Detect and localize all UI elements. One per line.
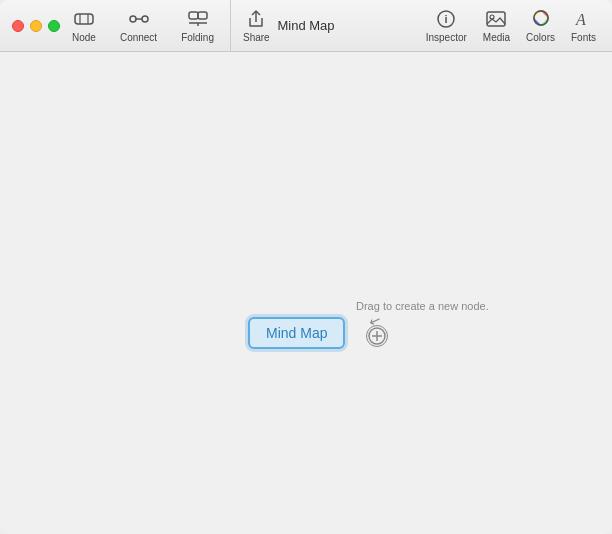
canvas: Drag to create a new node. ↙ Mind Map	[0, 52, 612, 534]
toolbar-right: i Inspector Media	[418, 0, 612, 52]
toolbar-connect[interactable]: Connect	[108, 0, 169, 52]
media-label: Media	[483, 32, 510, 43]
toolbar-colors[interactable]: Colors	[518, 0, 563, 52]
minimize-button[interactable]	[30, 20, 42, 32]
mind-map-node[interactable]: Mind Map	[248, 317, 345, 349]
svg-rect-0	[75, 14, 93, 24]
inspector-label: Inspector	[426, 32, 467, 43]
window-title: Mind Map	[277, 18, 334, 33]
window-controls	[0, 20, 60, 32]
svg-point-3	[130, 16, 136, 22]
connect-icon	[128, 8, 150, 30]
folding-label: Folding	[181, 32, 214, 43]
svg-point-15	[534, 11, 548, 25]
maximize-button[interactable]	[48, 20, 60, 32]
fonts-label: Fonts	[571, 32, 596, 43]
add-node-button[interactable]	[366, 325, 388, 347]
svg-rect-12	[487, 12, 505, 26]
svg-point-4	[142, 16, 148, 22]
toolbar-fonts[interactable]: A Fonts	[563, 0, 604, 52]
inspector-icon: i	[435, 8, 457, 30]
colors-icon	[530, 8, 552, 30]
toolbar-share[interactable]: Share	[230, 0, 282, 52]
fonts-icon: A	[572, 8, 594, 30]
svg-rect-6	[189, 12, 198, 19]
share-label: Share	[243, 32, 270, 43]
svg-text:A: A	[575, 11, 586, 28]
toolbar-folding[interactable]: Folding	[169, 0, 226, 52]
svg-text:i: i	[445, 13, 448, 25]
node-icon	[73, 8, 95, 30]
toolbar-inspector[interactable]: i Inspector	[418, 0, 475, 52]
connect-label: Connect	[120, 32, 157, 43]
svg-rect-7	[198, 12, 207, 19]
toolbar-node[interactable]: Node	[60, 0, 108, 52]
drag-hint: Drag to create a new node.	[356, 300, 489, 312]
media-icon	[485, 8, 507, 30]
titlebar: Mind Map Node Connect	[0, 0, 612, 52]
share-icon	[245, 8, 267, 30]
node-label: Node	[72, 32, 96, 43]
toolbar-media[interactable]: Media	[475, 0, 518, 52]
colors-label: Colors	[526, 32, 555, 43]
close-button[interactable]	[12, 20, 24, 32]
folding-icon	[187, 8, 209, 30]
